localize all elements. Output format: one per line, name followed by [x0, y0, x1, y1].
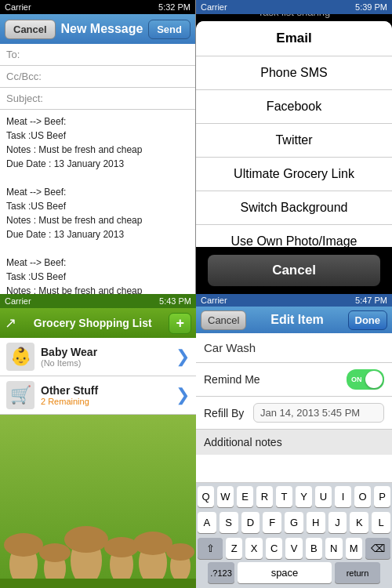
shift-key[interactable]: ⇧ — [198, 538, 223, 559]
keyboard-row-bottom: .?123 space return — [196, 561, 392, 588]
share-item-twitter[interactable]: Twitter — [196, 124, 392, 158]
share-item-facebook[interactable]: Facebook — [196, 90, 392, 124]
key-b[interactable]: B — [306, 538, 322, 559]
body-line-4: Due Date : 13 January 2013 — [6, 157, 189, 171]
key-x[interactable]: X — [245, 538, 262, 559]
return-key[interactable]: return — [335, 562, 380, 583]
number-key[interactable]: .?123 — [208, 562, 234, 583]
baby-wear-name: Baby Wear — [41, 346, 169, 358]
message-nav-bar: Cancel New Message Send — [0, 14, 195, 44]
delete-key[interactable]: ⌫ — [365, 538, 390, 559]
edit-done-button[interactable]: Done — [348, 310, 388, 330]
key-y[interactable]: Y — [296, 486, 312, 507]
subject-label: Subject: — [6, 93, 49, 104]
remind-toggle[interactable] — [347, 369, 384, 390]
key-v[interactable]: V — [285, 538, 302, 559]
key-q[interactable]: Q — [198, 486, 214, 507]
other-stuff-info: Other Stuff 2 Remaining — [41, 384, 169, 406]
key-a[interactable]: A — [198, 512, 216, 533]
remind-me-row: Remind Me — [196, 363, 392, 397]
carrier-tl: Carrier — [5, 2, 31, 12]
svg-rect-12 — [0, 579, 196, 588]
key-e[interactable]: E — [237, 486, 253, 507]
body-line-2: Task :US Beef — [6, 129, 189, 143]
key-t[interactable]: T — [276, 486, 292, 507]
grocery-nav-title: Grocery Shopping List — [21, 317, 164, 329]
key-z[interactable]: Z — [226, 538, 242, 559]
baby-wear-sub: (No Items) — [41, 358, 169, 368]
space-key[interactable]: space — [238, 562, 332, 583]
body-line-13: Notes : Must be fresh and cheap — [6, 284, 189, 294]
additional-notes-label: Additional notes — [196, 430, 392, 455]
mushroom-decoration — [0, 494, 196, 588]
key-l[interactable]: L — [372, 512, 390, 533]
body-line-3: Notes : Must be fresh and cheap — [6, 143, 189, 157]
additional-notes-field[interactable] — [196, 455, 392, 483]
key-n[interactable]: N — [325, 538, 342, 559]
key-d[interactable]: D — [241, 512, 260, 533]
key-i[interactable]: I — [335, 486, 351, 507]
share-sheet-list: Email Phone SMS Facebook Twitter Ultimat… — [196, 21, 392, 247]
key-g[interactable]: G — [285, 512, 303, 533]
body-line-5 — [6, 171, 189, 185]
grocery-background — [0, 415, 196, 588]
svg-point-11 — [166, 543, 194, 561]
body-line-8: Notes : Must be fresh and cheap — [6, 213, 189, 227]
message-body[interactable]: Meat --> Beef: Task :US Beef Notes : Mus… — [0, 110, 195, 294]
edit-cancel-button[interactable]: Cancel — [201, 310, 246, 330]
to-label: To: — [6, 49, 49, 60]
svg-point-3 — [39, 543, 71, 562]
share-item-sms[interactable]: Phone SMS — [196, 56, 392, 90]
edit-body: Car Wash Remind Me Refill By Jan 14, 201… — [196, 333, 392, 588]
cancel-button[interactable]: Cancel — [5, 20, 56, 39]
key-f[interactable]: F — [263, 512, 281, 533]
message-title: New Message — [60, 22, 143, 36]
new-message-panel: Carrier 5:32 PM Cancel New Message Send … — [0, 0, 196, 294]
key-j[interactable]: J — [328, 512, 347, 533]
grocery-list: 👶 Baby Wear (No Items) ❯ 🛒 Other Stuff 2… — [0, 338, 196, 415]
share-item-switch-bg[interactable]: Switch Background — [196, 191, 392, 225]
key-p[interactable]: P — [374, 486, 390, 507]
keyboard: Q W E R T Y U I O P A S D F G H J K L — [196, 483, 392, 588]
body-line-12: Task :US Beef — [6, 270, 189, 284]
ccbcc-field[interactable]: Cc/Bcc: — [0, 66, 195, 88]
share-icon-button[interactable]: ↗ — [5, 314, 16, 332]
refill-by-value[interactable]: Jan 14, 2013 5:45 PM — [253, 403, 384, 423]
time-br: 5:47 PM — [355, 296, 387, 305]
list-item[interactable]: 🛒 Other Stuff 2 Remaining ❯ — [0, 376, 196, 415]
time-tr: 5:39 PM — [355, 2, 387, 12]
add-item-button[interactable]: + — [169, 313, 191, 334]
edit-item-name-field[interactable]: Car Wash — [196, 333, 392, 363]
body-line-6: Meat --> Beef: — [6, 185, 189, 199]
key-c[interactable]: C — [266, 538, 282, 559]
carrier-br: Carrier — [201, 296, 227, 305]
other-stuff-sub: 2 Remaining — [41, 397, 169, 406]
share-cancel-button[interactable]: Cancel — [208, 255, 380, 286]
carrier-bl: Carrier — [5, 296, 31, 306]
key-k[interactable]: K — [350, 512, 368, 533]
other-stuff-name: Other Stuff — [41, 384, 169, 397]
baby-wear-icon: 👶 — [6, 343, 34, 371]
share-item-grocery-link[interactable]: Ultimate Grocery Link — [196, 158, 392, 191]
key-s[interactable]: S — [220, 512, 238, 533]
send-button[interactable]: Send — [148, 20, 191, 39]
baby-wear-info: Baby Wear (No Items) — [41, 346, 169, 368]
keyboard-row-2: A S D F G H J K L — [196, 509, 392, 535]
key-w[interactable]: W — [217, 486, 234, 507]
key-h[interactable]: H — [307, 512, 325, 533]
list-item[interactable]: 👶 Baby Wear (No Items) ❯ — [0, 338, 196, 376]
key-u[interactable]: U — [315, 486, 332, 507]
share-sheet-panel: Carrier 5:39 PM Task list sharing Email … — [196, 0, 392, 294]
key-o[interactable]: O — [354, 486, 371, 507]
keyboard-row-1: Q W E R T Y U I O P — [196, 483, 392, 509]
status-bar-tl: Carrier 5:32 PM — [0, 0, 195, 14]
svg-point-5 — [64, 526, 108, 553]
key-r[interactable]: R — [256, 486, 273, 507]
share-item-own-photo[interactable]: Use Own Photo/Image — [196, 225, 392, 247]
key-m[interactable]: M — [346, 538, 362, 559]
grocery-nav-bar: ↗ Grocery Shopping List + — [0, 308, 196, 338]
keyboard-row-3: ⇧ Z X C V B N M ⌫ — [196, 535, 392, 561]
to-field[interactable]: To: — [0, 44, 195, 66]
subject-field[interactable]: Subject: — [0, 88, 195, 110]
share-item-email[interactable]: Email — [196, 21, 392, 56]
